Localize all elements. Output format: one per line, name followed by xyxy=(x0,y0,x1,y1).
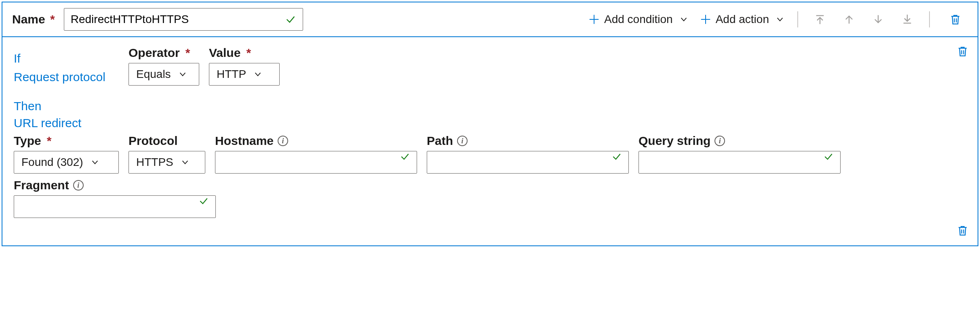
separator xyxy=(929,11,930,27)
then-label: Then xyxy=(14,98,968,115)
hostname-label: Hostname xyxy=(215,134,274,148)
info-icon[interactable]: i xyxy=(278,136,288,146)
value-select[interactable]: HTTP xyxy=(209,63,280,86)
chevron-down-icon xyxy=(251,70,262,79)
move-down-button[interactable] xyxy=(864,10,893,28)
fragment-label: Fragment xyxy=(14,178,69,192)
valid-check-icon xyxy=(823,151,834,162)
rule-panel: Name * Add condition Add xyxy=(2,2,978,246)
rule-toolbar: Add condition Add action xyxy=(582,9,969,29)
protocol-field: Protocol HTTPS xyxy=(129,134,205,174)
action-header: Then URL redirect xyxy=(14,98,968,132)
condition-header: If Request protocol xyxy=(14,50,119,86)
protocol-label: Protocol xyxy=(129,134,178,148)
chevron-down-icon xyxy=(176,70,187,79)
fragment-field: Fragment i xyxy=(14,178,216,218)
valid-check-icon xyxy=(400,151,410,162)
querystring-input[interactable] xyxy=(639,151,840,173)
path-input-wrap[interactable] xyxy=(427,151,629,174)
chevron-down-icon xyxy=(677,15,688,24)
add-action-button[interactable]: Add action xyxy=(694,10,790,29)
delete-rule-button[interactable] xyxy=(937,9,969,29)
redirect-type-label: Type * xyxy=(14,134,119,148)
path-field: Path i xyxy=(427,134,629,174)
delete-action-button[interactable] xyxy=(957,224,969,237)
name-input-wrap[interactable] xyxy=(64,8,303,31)
querystring-input-wrap[interactable] xyxy=(639,151,841,174)
action-type-label: URL redirect xyxy=(14,115,968,132)
protocol-select[interactable]: HTTPS xyxy=(129,151,205,174)
redirect-type-field: Type * Found (302) xyxy=(14,134,119,174)
plus-icon xyxy=(700,13,712,25)
valid-check-icon xyxy=(285,14,296,25)
rule-body: If Request protocol Operator * Equals Va… xyxy=(2,37,978,245)
move-top-button[interactable] xyxy=(805,10,835,28)
plus-icon xyxy=(588,13,600,25)
operator-label: Operator * xyxy=(129,46,199,60)
condition-section: If Request protocol Operator * Equals Va… xyxy=(14,46,968,86)
hostname-input-wrap[interactable] xyxy=(215,151,417,174)
move-up-button[interactable] xyxy=(835,10,864,28)
fragment-input[interactable] xyxy=(14,196,215,218)
chevron-down-icon xyxy=(88,158,99,167)
rule-header: Name * Add condition Add xyxy=(2,2,978,37)
chevron-down-icon xyxy=(178,158,190,167)
querystring-label: Query string xyxy=(639,134,710,148)
info-icon[interactable]: i xyxy=(714,136,725,146)
operator-select[interactable]: Equals xyxy=(129,63,199,86)
name-input[interactable] xyxy=(64,8,303,30)
value-label: Value * xyxy=(209,46,280,60)
querystring-field: Query string i xyxy=(639,134,841,174)
move-bottom-button[interactable] xyxy=(893,10,922,28)
action-row-2: Fragment i xyxy=(14,178,968,218)
operator-field: Operator * Equals xyxy=(129,46,199,86)
if-label: If xyxy=(14,50,119,67)
redirect-type-select[interactable]: Found (302) xyxy=(14,151,119,174)
path-input[interactable] xyxy=(427,151,628,173)
path-label: Path xyxy=(427,134,453,148)
hostname-input[interactable] xyxy=(215,151,417,173)
chevron-down-icon xyxy=(773,15,784,24)
fragment-input-wrap[interactable] xyxy=(14,195,216,218)
add-condition-button[interactable]: Add condition xyxy=(582,10,694,29)
condition-type-label: Request protocol xyxy=(14,69,119,86)
info-icon[interactable]: i xyxy=(457,136,468,146)
valid-check-icon xyxy=(611,151,622,162)
hostname-field: Hostname i xyxy=(215,134,417,174)
required-mark: * xyxy=(50,13,55,26)
separator xyxy=(797,11,798,27)
value-field: Value * HTTP xyxy=(209,46,280,86)
info-icon[interactable]: i xyxy=(73,180,84,191)
valid-check-icon xyxy=(198,196,209,206)
name-label: Name * xyxy=(12,13,55,26)
action-row-1: Type * Found (302) Protocol HTTPS xyxy=(14,134,968,174)
delete-condition-button[interactable] xyxy=(957,44,969,58)
